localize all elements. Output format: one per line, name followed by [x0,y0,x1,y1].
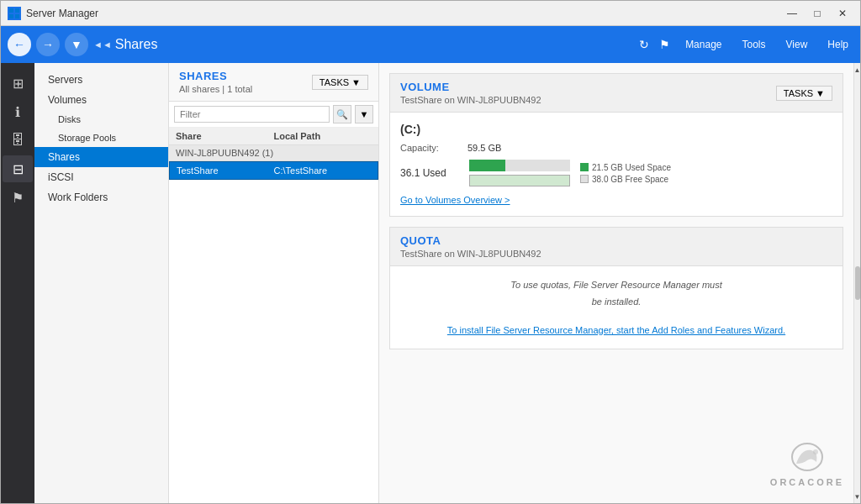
manage-menu[interactable]: Manage [680,35,726,54]
window-title: Server Manager [26,8,98,19]
column-share: Share [176,131,274,141]
used-legend-label: 21.5 GB Used Space [592,163,671,172]
usage-bars [469,160,570,186]
shares-title-area: SHARES All shares | 1 total [179,70,252,94]
title-bar-left: Server Manager [8,7,98,20]
sidebar-icons: ⊞ ℹ 🗄 ⊟ ⚑ [1,63,34,503]
server-manager-window: Server Manager — □ ✕ ← → ▼ ◄◄ Shares ↻ ⚑… [0,0,861,504]
scroll-up-arrow[interactable]: ▲ [854,63,861,76]
free-legend-item: 38.0 GB Free Space [580,175,671,184]
free-legend-label: 38.0 GB Free Space [592,175,668,184]
sidebar-item-volumes[interactable]: Volumes [34,90,168,110]
sidebar-item-shares[interactable]: Shares [34,147,168,167]
quota-title-area: QUOTA TestShare on WIN-JL8PUUBN492 [400,234,541,259]
right-scrollbar[interactable]: ▲ ▼ [853,63,860,503]
minimize-button[interactable]: — [781,5,803,22]
usage-legend: 21.5 GB Used Space 38.0 GB Free Space [580,163,671,184]
tools-menu[interactable]: Tools [737,35,771,54]
scroll-thumb[interactable] [855,266,860,300]
sidebar-item-storage-pools[interactable]: Storage Pools [34,129,168,147]
sidebar-item-iscsi[interactable]: iSCSI [34,167,168,187]
volume-section-header: VOLUME TestShare on WIN-JL8PUUBN492 TASK… [390,74,843,113]
title-bar: Server Manager — □ ✕ [1,1,860,26]
share-path-cell: C:\TestShare [274,165,372,176]
svg-rect-0 [9,8,13,13]
used-legend-item: 21.5 GB Used Space [580,163,671,172]
free-bar [469,175,570,186]
view-menu[interactable]: View [781,35,813,54]
svg-rect-1 [15,8,19,13]
filter-row: 🔍 ▼ [169,102,378,128]
forward-button[interactable]: → [36,33,60,56]
sidebar-icon-dashboard[interactable]: ⊞ [3,70,33,97]
sidebar-icon-storage[interactable]: 🗄 [3,127,33,154]
usage-row: 36.1 Used [400,160,832,186]
quota-section-body: To use quotas, File Server Resource Mana… [390,266,843,349]
window-controls: — □ ✕ [781,5,853,22]
quota-note-2: be installed. [400,297,832,307]
table-row[interactable]: TestShare C:\TestShare [169,161,378,180]
nav-sidebar: Servers Volumes Disks Storage Pools Shar… [34,63,169,503]
tasks-chevron-icon: ▼ [351,77,361,87]
volume-title-area: VOLUME TestShare on WIN-JL8PUUBN492 [400,81,541,105]
shares-panel-subtitle: All shares | 1 total [179,84,252,94]
sidebar-icon-info[interactable]: ℹ [3,98,33,125]
column-path: Local Path [274,131,372,141]
sidebar-item-work-folders[interactable]: Work Folders [34,187,168,207]
refresh-icon[interactable]: ↻ [639,38,649,51]
nav-dropdown-button[interactable]: ▼ [65,33,88,56]
flag-icon[interactable]: ⚑ [659,38,670,51]
back-button[interactable]: ← [8,33,31,56]
free-legend-dot [580,175,589,183]
used-bar-fill [469,160,505,171]
volume-tasks-chevron-icon: ▼ [816,88,825,98]
filter-search-button[interactable]: 🔍 [333,105,351,123]
free-bar-fill [469,175,570,186]
quota-section: QUOTA TestShare on WIN-JL8PUUBN492 To us… [389,227,843,349]
svg-point-5 [813,449,818,454]
capacity-row: Capacity: 59.5 GB [400,143,832,153]
detail-panel: VOLUME TestShare on WIN-JL8PUUBN492 TASK… [379,63,853,503]
go-volumes-link[interactable]: Go to Volumes Overview > [400,195,510,205]
shares-panel: SHARES All shares | 1 total TASKS ▼ 🔍 ▼ [169,63,379,503]
breadcrumb-area: ◄◄ Shares [93,37,634,52]
quota-section-header: QUOTA TestShare on WIN-JL8PUUBN492 [390,228,843,266]
shares-panel-header: SHARES All shares | 1 total TASKS ▼ [169,63,378,102]
capacity-label: Capacity: [400,143,467,153]
breadcrumb-text: Shares [115,37,158,52]
drive-label: (C:) [400,123,832,136]
toolbar-right: ↻ ⚑ Manage Tools View Help [639,35,853,54]
help-menu[interactable]: Help [822,35,853,54]
install-fsrm-link[interactable]: To install File Server Resource Manager,… [400,325,832,335]
sidebar-item-disks[interactable]: Disks [34,110,168,129]
sidebar-icon-events[interactable]: ⚑ [3,184,33,211]
orcacore-icon [786,440,828,474]
shares-tasks-button[interactable]: TASKS ▼ [312,75,368,90]
app-icon [8,7,21,20]
quota-note-1: To use quotas, File Server Resource Mana… [400,280,832,290]
sidebar-item-servers[interactable]: Servers [34,70,168,90]
breadcrumb-arrows: ◄◄ [93,39,112,50]
used-bar [469,160,570,171]
quota-section-subtitle: TestShare on WIN-JL8PUUBN492 [400,249,541,259]
svg-rect-2 [9,14,13,18]
volume-section-subtitle: TestShare on WIN-JL8PUUBN492 [400,95,541,105]
table-group-row: WIN-JL8PUUBN492 (1) [169,145,378,161]
capacity-value: 59.5 GB [467,143,501,153]
table-header: Share Local Path [169,128,378,145]
shares-panel-title: SHARES [179,70,252,82]
maximize-button[interactable]: □ [806,5,828,22]
watermark-text: ORCACORE [770,477,844,487]
volume-tasks-button[interactable]: TASKS ▼ [776,86,832,101]
volume-section: VOLUME TestShare on WIN-JL8PUUBN492 TASK… [389,73,843,217]
filter-input[interactable] [174,106,330,123]
main-area: ⊞ ℹ 🗄 ⊟ ⚑ Servers Volumes Disks Storage … [1,63,860,503]
sidebar-icon-shares[interactable]: ⊟ [3,155,33,182]
filter-options-button[interactable]: ▼ [355,105,373,123]
content-area: SHARES All shares | 1 total TASKS ▼ 🔍 ▼ [169,63,860,503]
share-name-cell: TestShare [177,165,274,176]
scroll-down-arrow[interactable]: ▼ [854,490,861,503]
toolbar-menu: Manage Tools View Help [680,35,853,54]
close-button[interactable]: ✕ [832,5,853,22]
usage-percent: 36.1 Used [400,167,459,179]
